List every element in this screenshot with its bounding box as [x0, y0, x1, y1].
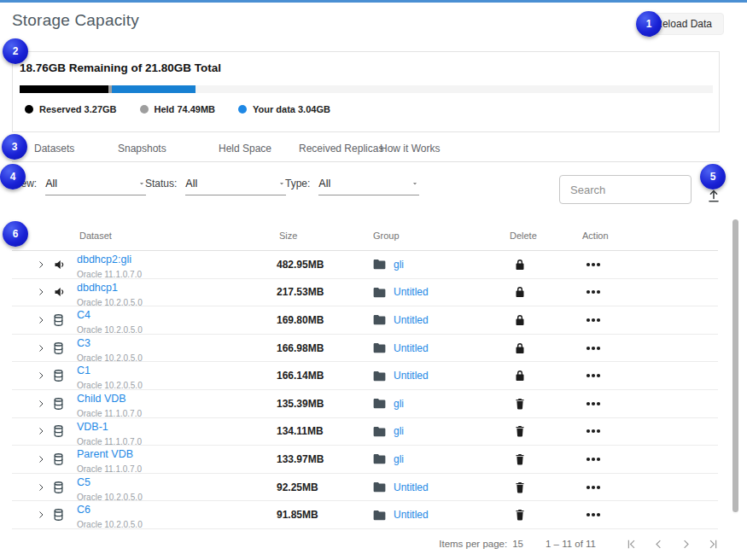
group-cell: Untitled — [373, 314, 429, 326]
type-filter: Type: All — [285, 178, 419, 195]
group-cell: gli — [373, 259, 404, 271]
dataset-name-link[interactable]: Parent VDB — [77, 449, 142, 460]
group-link[interactable]: Untitled — [394, 370, 429, 382]
folder-icon — [373, 398, 386, 409]
tab-received-replicas[interactable]: Received Replicas — [299, 143, 383, 155]
expand-row-chevron-icon[interactable] — [36, 287, 46, 297]
view-filter-select[interactable]: All — [45, 178, 146, 195]
lock-icon[interactable] — [515, 341, 527, 354]
status-filter-select[interactable]: All — [185, 178, 286, 195]
folder-icon — [373, 426, 386, 437]
type-filter-select[interactable]: All — [318, 178, 419, 195]
expand-row-chevron-icon[interactable] — [36, 315, 46, 325]
lock-icon[interactable] — [515, 313, 527, 326]
dataset-size: 166.14MB — [277, 370, 324, 382]
row-actions-button[interactable] — [586, 429, 601, 434]
expand-row-chevron-icon[interactable] — [36, 370, 46, 381]
lock-icon[interactable] — [515, 258, 527, 271]
callout-3: 3 — [2, 134, 27, 160]
capacity-bar — [20, 85, 713, 93]
group-link[interactable]: Untitled — [394, 314, 429, 326]
row-actions-button[interactable] — [586, 318, 601, 323]
dataset-name-link[interactable]: VDB-1 — [77, 422, 142, 433]
tab-held-space[interactable]: Held Space — [219, 143, 271, 155]
row-actions-button[interactable] — [586, 262, 601, 267]
tab-datasets[interactable]: Datasets — [34, 143, 74, 155]
database-icon — [53, 425, 66, 438]
chevron-down-icon — [411, 179, 419, 188]
expand-row-chevron-icon[interactable] — [36, 343, 46, 353]
trash-icon[interactable] — [515, 509, 527, 522]
row-actions-button[interactable] — [586, 401, 601, 406]
storage-capacity-page: Storage Capacity Reload Data 18.76GB Rem… — [0, 0, 747, 560]
search-input[interactable] — [559, 175, 692, 204]
group-link[interactable]: gli — [394, 453, 404, 465]
dsource-icon — [53, 286, 66, 299]
held-dot-icon — [140, 105, 149, 114]
dataset-name-link[interactable]: Child VDB — [77, 394, 142, 405]
first-page-icon[interactable] — [625, 538, 638, 551]
dataset-name-link[interactable]: C4 — [77, 310, 143, 321]
expand-row-chevron-icon[interactable] — [36, 399, 46, 409]
folder-icon — [373, 370, 386, 382]
lock-icon[interactable] — [515, 286, 527, 299]
capacity-legend: Reserved 3.27GB Held 74.49MB Your data 3… — [25, 104, 330, 114]
column-header-size: Size — [279, 230, 297, 241]
row-actions-button[interactable] — [586, 373, 601, 378]
trash-icon[interactable] — [515, 425, 527, 438]
group-link[interactable]: Untitled — [394, 342, 429, 354]
trash-icon[interactable] — [515, 452, 527, 465]
dataset-name-link[interactable]: dbdhcp2:gli — [77, 254, 142, 265]
dataset-name-link[interactable]: C6 — [77, 505, 143, 516]
capacity-heading: 18.76GB Remaining of 21.80GB Total — [20, 61, 221, 74]
page-title: Storage Capacity — [12, 11, 139, 30]
group-link[interactable]: Untitled — [394, 481, 429, 493]
dataset-size: 134.11MB — [277, 425, 324, 437]
column-header-delete: Delete — [510, 230, 537, 241]
expand-row-chevron-icon[interactable] — [36, 510, 46, 520]
type-filter-label: Type: — [285, 178, 310, 195]
expand-row-chevron-icon[interactable] — [36, 260, 46, 270]
expand-row-chevron-icon[interactable] — [36, 482, 46, 493]
trash-icon[interactable] — [515, 481, 527, 493]
dataset-name-link[interactable]: C3 — [77, 338, 143, 349]
dataset-name-link[interactable]: C1 — [77, 365, 143, 376]
dataset-name-link[interactable]: dbdhcp1 — [77, 283, 143, 294]
last-page-icon[interactable] — [707, 538, 720, 551]
next-page-icon[interactable] — [680, 538, 692, 551]
group-cell: Untitled — [373, 342, 429, 354]
tab-snapshots[interactable]: Snapshots — [118, 143, 166, 155]
export-upload-icon[interactable] — [705, 187, 722, 204]
dataset-size: 166.98MB — [277, 342, 324, 354]
window-top-accent — [0, 0, 747, 3]
table-row: C4 Oracle 10.2.0.5.0 169.80MB Untitled — [12, 306, 718, 335]
previous-page-icon[interactable] — [652, 538, 665, 551]
row-actions-button[interactable] — [586, 289, 601, 295]
expand-row-chevron-icon[interactable] — [36, 454, 46, 464]
table-row: C3 Oracle 10.2.0.5.0 166.98MB Untitled — [12, 335, 718, 363]
expand-row-chevron-icon[interactable] — [36, 426, 46, 436]
items-per-page-value[interactable]: 15 — [512, 539, 523, 549]
row-actions-button[interactable] — [586, 512, 601, 517]
trash-icon[interactable] — [515, 397, 527, 410]
search-container — [559, 175, 692, 204]
row-actions-button[interactable] — [586, 346, 601, 351]
dataset-name-link[interactable]: C5 — [77, 477, 143, 488]
tab-how-it-works[interactable]: How it Works — [380, 143, 440, 155]
row-actions-button[interactable] — [586, 485, 601, 490]
row-actions-button[interactable] — [586, 457, 601, 462]
group-link[interactable]: Untitled — [394, 509, 429, 521]
group-link[interactable]: Untitled — [394, 286, 429, 298]
group-link[interactable]: gli — [394, 398, 404, 410]
table-scrollbar[interactable] — [732, 219, 738, 514]
dataset-version: Oracle 10.2.0.5.0 — [77, 520, 143, 529]
lock-icon[interactable] — [515, 370, 527, 382]
pager-controls — [625, 538, 720, 551]
scrollbar-thumb[interactable] — [732, 219, 738, 512]
group-link[interactable]: gli — [394, 259, 404, 271]
database-icon — [53, 397, 66, 410]
group-link[interactable]: gli — [394, 425, 404, 437]
table-row: Child VDB Oracle 11.1.0.7.0 135.39MB gli — [12, 390, 718, 418]
dataset-cell: dbdhcp2:gli Oracle 11.1.0.7.0 — [77, 254, 142, 281]
table-row: C5 Oracle 10.2.0.5.0 92.25MB Untitled — [12, 474, 718, 502]
